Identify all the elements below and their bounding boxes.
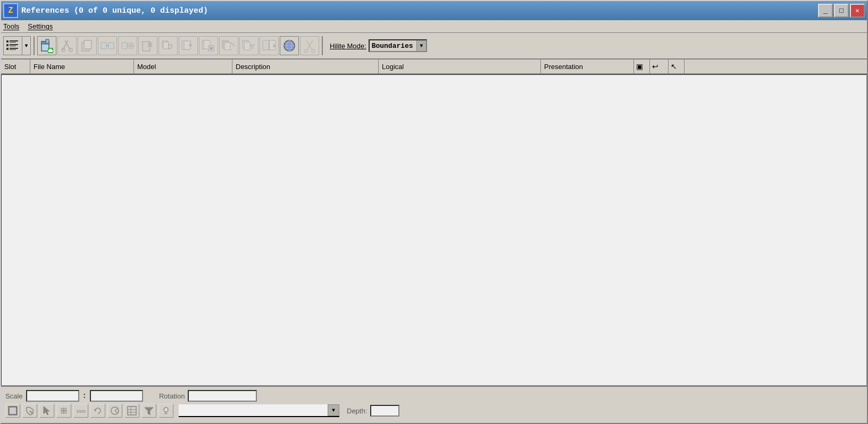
svg-line-44 — [231, 43, 235, 46]
ref-scale-icon — [221, 38, 236, 53]
scissors-icon — [302, 38, 317, 53]
ref-settings-button[interactable] — [199, 36, 218, 55]
rotation-input[interactable] — [188, 390, 257, 402]
svg-marker-66 — [44, 406, 49, 415]
col-header-description: Description — [232, 60, 379, 73]
reload-button[interactable] — [158, 36, 178, 55]
scale-colon: : — [82, 392, 87, 400]
col-header-model: Model — [134, 60, 232, 73]
svg-rect-1 — [10, 40, 18, 41]
svg-rect-15 — [48, 50, 53, 52]
bt-word-btn[interactable]: mm — [73, 404, 88, 418]
ref-clip-button[interactable] — [260, 36, 279, 55]
col-header-slot: Slot — [1, 60, 30, 73]
close-button[interactable]: ✕ — [850, 4, 865, 18]
menu-settings[interactable]: Settings — [28, 22, 53, 30]
svg-line-86 — [167, 413, 168, 414]
scale-label: Scale — [5, 392, 23, 400]
list-dropdown[interactable]: ▼ — [3, 36, 31, 55]
svg-rect-5 — [10, 46, 16, 46]
svg-rect-21 — [84, 40, 91, 49]
bt-snap-btn[interactable] — [22, 404, 37, 418]
list-button[interactable] — [3, 36, 22, 55]
detach-button[interactable] — [138, 36, 157, 55]
scale-input-1[interactable] — [26, 390, 79, 402]
svg-rect-22 — [101, 43, 106, 49]
globe-icon — [282, 38, 297, 53]
snap-icon: ↩ — [652, 62, 658, 71]
svg-rect-3 — [6, 44, 9, 46]
scissors-button[interactable] — [300, 36, 319, 55]
bt-display-icon — [7, 405, 18, 416]
ref-clip-icon — [262, 38, 277, 53]
ref-scale-button[interactable] — [219, 36, 238, 55]
ref-path-container: ▼ — [179, 404, 339, 417]
svg-point-83 — [164, 408, 168, 412]
svg-line-77 — [115, 411, 118, 413]
ref-path-input[interactable] — [179, 404, 328, 416]
bt-table-icon — [127, 405, 137, 416]
svg-marker-49 — [251, 45, 254, 49]
cut-icon — [60, 38, 74, 53]
hilite-mode-label: Hilite Mode: — [330, 42, 366, 50]
bt-filter-btn[interactable] — [141, 404, 156, 418]
svg-marker-74 — [94, 410, 96, 412]
scale-input-2[interactable] — [90, 390, 143, 402]
menu-tools[interactable]: Tools — [3, 22, 19, 30]
svg-marker-45 — [233, 43, 235, 44]
column-headers: Slot File Name Model Description Logical… — [1, 60, 867, 74]
ref-path-dropdown-arrow[interactable]: ▼ — [328, 404, 339, 416]
list-dropdown-arrow[interactable]: ▼ — [22, 36, 31, 55]
attach-button[interactable] — [37, 36, 56, 55]
bt-cursor-icon — [41, 405, 52, 416]
svg-rect-24 — [122, 43, 127, 49]
window-title: References (0 of 0 unique, 0 displayed) — [21, 6, 818, 15]
bt-table-btn[interactable] — [124, 404, 139, 418]
bottom-panel: Scale : Rotation — [1, 386, 867, 423]
toolbar: ▼ — [1, 33, 867, 60]
main-window: Z References (0 of 0 unique, 0 displayed… — [0, 0, 868, 424]
svg-line-85 — [164, 413, 165, 414]
bt-rotate-btn[interactable] — [90, 404, 105, 418]
bt-display-btn[interactable] — [5, 404, 20, 418]
bt-filter-icon — [144, 405, 154, 416]
references-table — [1, 74, 867, 386]
bt-light-icon — [161, 405, 171, 416]
transform-button[interactable] — [118, 36, 137, 55]
move-button[interactable] — [98, 36, 117, 55]
toolbar-separator-2 — [322, 36, 323, 55]
bt-grid-btn[interactable] — [56, 404, 71, 418]
svg-rect-0 — [6, 40, 9, 43]
svg-rect-43 — [224, 43, 230, 50]
ref-merge-button[interactable] — [239, 36, 258, 55]
bt-cursor-btn[interactable] — [39, 404, 54, 418]
cut-button[interactable] — [57, 36, 77, 55]
copy-button[interactable] — [78, 36, 97, 55]
svg-marker-46 — [231, 49, 232, 50]
bt-snap-icon — [24, 405, 35, 416]
bt-angle-btn[interactable] — [107, 404, 122, 418]
globe-button[interactable] — [280, 36, 299, 55]
depth-input[interactable] — [370, 405, 399, 417]
bt-grid-icon — [59, 405, 69, 416]
toolbar-separator-1 — [34, 36, 35, 55]
svg-rect-64 — [10, 408, 16, 414]
hilite-mode-arrow[interactable]: ▼ — [416, 40, 426, 51]
col-header-presentation: Presentation — [541, 60, 634, 73]
bt-angle-icon — [110, 405, 120, 416]
hilite-mode-dropdown[interactable]: Boundaries ▼ — [369, 39, 427, 52]
svg-rect-8 — [10, 49, 16, 50]
hilite-mode-container: Hilite Mode: Boundaries ▼ — [330, 39, 427, 52]
minimize-button[interactable]: _ — [818, 4, 833, 18]
svg-rect-30 — [163, 42, 169, 49]
unload-button[interactable] — [179, 36, 198, 55]
bt-light-btn[interactable] — [158, 404, 173, 418]
svg-line-65 — [30, 411, 33, 414]
maximize-button[interactable]: □ — [834, 4, 849, 18]
select-icon: ↖ — [671, 62, 677, 71]
ref-merge-icon — [241, 38, 256, 53]
svg-text:mm: mm — [77, 408, 86, 414]
bt-word-icon: mm — [76, 405, 86, 416]
svg-marker-82 — [145, 408, 153, 415]
svg-rect-23 — [108, 43, 114, 49]
